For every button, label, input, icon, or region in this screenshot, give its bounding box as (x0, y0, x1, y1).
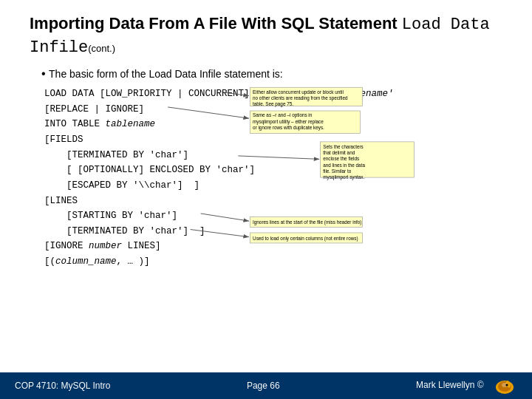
code-line-11: [IGNORE number LINES] (44, 239, 502, 254)
header: Importing Data From A File With SQL Stat… (0, 0, 532, 64)
intro-text: The basic form of the Load Data Infile s… (30, 67, 502, 81)
code-line-2: [REPLACE | IGNORE] (44, 102, 502, 117)
code-line-9: [STARTING BY 'char'] (44, 208, 502, 224)
title-text-plain: Importing Data From A File With SQL Stat… (30, 14, 402, 33)
footer-center: Page 66 (247, 381, 280, 391)
code-line-6: [ [OPTIONALLY] ENCLOSED BY 'char'] (44, 163, 502, 178)
code-line-5: [TERMINATED BY 'char'] (44, 148, 502, 163)
footer-logo (492, 375, 517, 396)
footer-left: COP 4710: MySQL Intro (15, 381, 110, 391)
code-line-7: [ESCAPED BY '\\char'] ] (44, 178, 502, 194)
footer-right: Mark Llewellyn © (416, 375, 517, 396)
code-block: LOAD DATA [LOW_PRIORITY | CONCURRENT] [L… (44, 86, 502, 270)
code-line-8: [LINES (44, 194, 502, 209)
slide-title: Importing Data From A File With SQL Stat… (30, 13, 502, 58)
code-line-4: [FIELDS (44, 132, 502, 148)
content-area: The basic form of the Load Data Infile s… (0, 64, 532, 372)
slide: Importing Data From A File With SQL Stat… (0, 0, 532, 399)
title-cont: (cont.) (88, 43, 115, 54)
code-line-3: INTO TABLE tablename (44, 117, 502, 132)
code-line-10: [TERMINATED BY 'char'] ] (44, 224, 502, 239)
code-line-12: [(column_name, … )] (44, 254, 502, 270)
code-line-1: LOAD DATA [LOW_PRIORITY | CONCURRENT] [L… (44, 86, 502, 102)
footer: COP 4710: MySQL Intro Page 66 Mark Llewe… (0, 372, 532, 399)
svg-point-29 (505, 384, 508, 386)
